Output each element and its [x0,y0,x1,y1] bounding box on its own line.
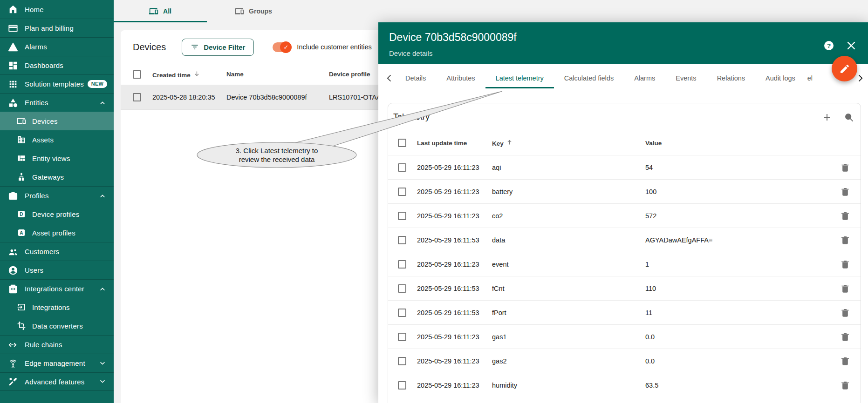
panel-subtitle: Device details [389,49,432,57]
telemetry-row-checkbox[interactable] [398,163,406,172]
panel-tab-calculated-fields[interactable]: Calculated fields [554,64,624,92]
search-icon[interactable] [844,112,854,122]
sidebar-item-label: Alarms [25,43,47,51]
telemetry-row-checkbox[interactable] [398,212,406,220]
delete-telemetry-icon[interactable] [840,211,850,221]
sidebar-item-icon [8,247,18,257]
sidebar-item-entity-views[interactable]: Entity views [0,149,114,168]
delete-telemetry-icon[interactable] [840,356,850,366]
add-telemetry-icon[interactable] [821,112,833,123]
telemetry-select-all-checkbox[interactable] [398,139,406,147]
panel-tab-audit-logs[interactable]: Audit logs [755,64,806,92]
sidebar-item-label: Customers [25,248,59,255]
main-tab-all[interactable]: All [114,0,207,22]
sidebar-item-asset-profiles[interactable]: A Asset profiles [0,223,114,242]
sidebar-item-solution-templates[interactable]: Solution templates NEW [0,74,114,93]
telemetry-row[interactable]: 2025-05-29 16:11:53 fPort 11 [388,300,861,324]
telemetry-row[interactable]: 2025-05-29 16:11:23 gas2 0.0 [388,349,861,373]
panel-tab-alarms[interactable]: Alarms [624,64,665,92]
tab-scroll-left-icon[interactable] [384,64,395,92]
sidebar-item-device-profiles[interactable]: D Device profiles [0,205,114,223]
sidebar-item-label: Home [25,6,44,13]
cell-name: Device 70b3d58c9000089f [226,94,329,101]
sidebar-item-label: Data converters [32,322,83,330]
sidebar-item-label: Edge management [25,359,85,367]
sidebar-item-integrations-center[interactable]: Integrations center [0,279,114,298]
sidebar-item-profiles[interactable]: Profiles [0,186,114,205]
telemetry-row[interactable]: 2025-05-29 16:11:53 data AGYADawAEfgAFFA… [388,228,861,252]
svg-text:A: A [20,230,23,235]
sidebar-item-data-converters[interactable]: Data converters [0,316,114,335]
sort-desc-icon[interactable] [193,70,200,77]
select-all-checkbox[interactable] [133,70,141,79]
include-customer-entities-toggle[interactable]: ✓ Include customer entities [273,42,371,52]
delete-telemetry-icon[interactable] [840,380,850,390]
telemetry-row-checkbox[interactable] [398,381,406,390]
telemetry-row-checkbox[interactable] [398,333,406,341]
sidebar-item-label: Profiles [25,192,49,200]
telemetry-row-checkbox[interactable] [398,260,406,269]
chevron-icon [98,284,107,294]
panel-tab-details[interactable]: Details [395,64,436,92]
delete-telemetry-icon[interactable] [840,259,850,269]
row-checkbox[interactable] [133,93,141,101]
device-filter-button[interactable]: Device Filter [182,39,254,56]
telemetry-row[interactable]: 2025-05-29 16:11:23 humidity 63.5 [388,373,861,397]
sidebar-item-plan-and-billing[interactable]: Plan and billing [0,19,114,37]
delete-telemetry-icon[interactable] [840,187,850,197]
telemetry-row-checkbox[interactable] [398,236,406,244]
sidebar-item-label: Integrations center [25,285,84,293]
sidebar-item-users[interactable]: Users [0,261,114,279]
sidebar-item-assets[interactable]: Assets [0,130,114,149]
help-icon[interactable]: ? [823,40,834,51]
telemetry-row-checkbox[interactable] [398,309,406,317]
panel-tab-el[interactable]: el [806,64,814,92]
panel-tab-attributes[interactable]: Attributes [436,64,485,92]
sidebar-item-devices[interactable]: Devices [0,112,114,130]
delete-telemetry-icon[interactable] [840,235,850,245]
sidebar-item-advanced-features[interactable]: Advanced features [0,372,114,391]
sidebar-item-edge-management[interactable]: Edge management [0,354,114,372]
filter-icon [191,43,199,51]
telemetry-row[interactable]: 2025-05-29 16:11:23 gas1 0.0 [388,324,861,349]
telemetry-row[interactable]: 2025-05-29 16:11:23 battery 100 [388,179,861,203]
main-tab-label: Groups [249,7,272,15]
sidebar-item-integrations[interactable]: Integrations [0,298,114,316]
svg-text:?: ? [827,42,831,49]
sidebar-item-customers[interactable]: Customers [0,242,114,261]
close-icon[interactable] [846,40,857,51]
panel-tab-latest-telemetry[interactable]: Latest telemetry [485,64,554,92]
panel-tab-relations[interactable]: Relations [707,64,755,92]
sidebar-item-icon [8,265,18,275]
main-tab-groups[interactable]: Groups [207,0,300,22]
sidebar-item-entities[interactable]: Entities [0,93,114,112]
telemetry-row-checkbox[interactable] [398,284,406,293]
telemetry-row[interactable]: 2025-05-29 16:11:23 event 1 [388,252,861,276]
sidebar-item-icon [8,376,18,387]
toggle-switch[interactable]: ✓ [273,42,291,52]
sidebar-item-icon [8,42,18,52]
sidebar-item-label: Solution templates [25,80,84,88]
edit-fab[interactable] [832,56,857,81]
delete-telemetry-icon[interactable] [840,332,850,342]
sort-asc-icon[interactable] [506,139,513,146]
delete-telemetry-icon[interactable] [840,162,850,173]
sidebar-item-gateways[interactable]: Gateways [0,168,114,186]
sidebar-item-label: Entity views [32,154,70,162]
cell-last-update-time: 2025-05-29 16:11:23 [417,188,492,195]
telemetry-row[interactable]: 2025-05-29 16:11:23 aqi 54 [388,155,861,179]
sidebar-item-rule-chains[interactable]: Rule chains [0,335,114,354]
telemetry-toolbar: Telemetry [388,103,861,131]
sidebar-item-label: Plan and billing [25,24,74,32]
panel-tab-events[interactable]: Events [665,64,706,92]
delete-telemetry-icon[interactable] [840,283,850,294]
sidebar-item-home[interactable]: Home [0,0,114,19]
cell-value: 572 [645,212,830,220]
telemetry-row-checkbox[interactable] [398,188,406,196]
telemetry-row-checkbox[interactable] [398,357,406,365]
delete-telemetry-icon[interactable] [840,308,850,318]
telemetry-row[interactable]: 2025-05-29 16:11:23 co2 572 [388,203,861,228]
telemetry-row[interactable]: 2025-05-29 16:11:53 fCnt 110 [388,276,861,300]
sidebar-item-dashboards[interactable]: Dashboards [0,56,114,74]
sidebar-item-alarms[interactable]: Alarms [0,37,114,56]
